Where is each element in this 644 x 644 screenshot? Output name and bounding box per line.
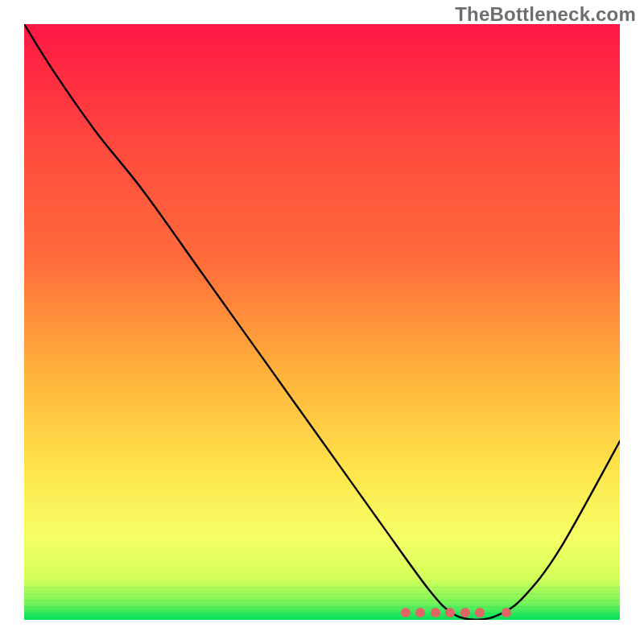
chart-svg (24, 24, 620, 620)
gradient-background (24, 24, 620, 620)
chart-plot-area (24, 24, 620, 620)
watermark-text: TheBottleneck.com (455, 3, 636, 26)
